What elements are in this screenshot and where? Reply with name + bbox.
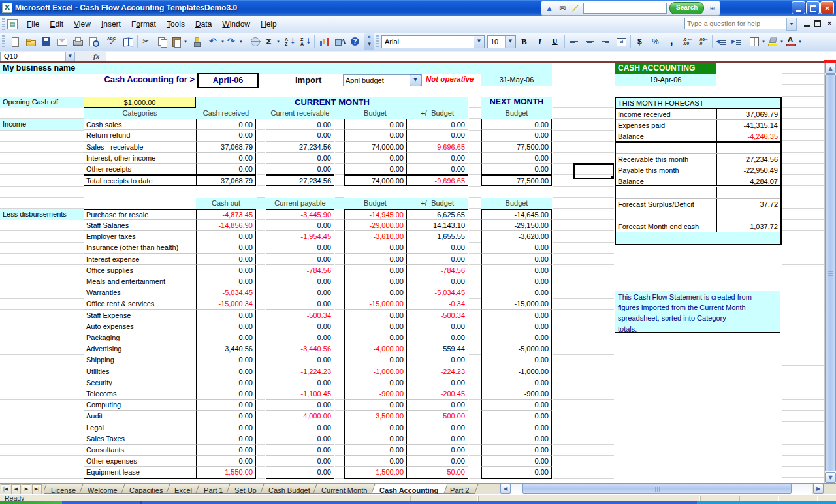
forecast-row[interactable]: Income received37,069.79 bbox=[616, 109, 780, 120]
chart-wizard-icon[interactable] bbox=[316, 34, 332, 50]
cell-value[interactable]: 0.00 bbox=[266, 467, 334, 478]
next-month-row[interactable]: 0.00 bbox=[481, 153, 552, 164]
cell-next-month-budget[interactable]: 0.00 bbox=[481, 287, 552, 298]
cell-value[interactable]: 0.00 bbox=[344, 130, 406, 141]
tab-last-icon[interactable]: ▶| bbox=[32, 484, 42, 494]
copy-icon[interactable] bbox=[155, 34, 170, 50]
cell-next-month-budget[interactable]: 0.00 bbox=[481, 377, 552, 388]
cell-value[interactable]: 0.00 bbox=[266, 400, 334, 411]
cell-value[interactable]: -9,696.65 bbox=[406, 175, 468, 186]
sheet-tab-welcome[interactable]: Welcome bbox=[79, 484, 127, 494]
cell-category[interactable]: Interest, other income bbox=[84, 153, 196, 164]
align-left-icon[interactable] bbox=[566, 34, 582, 50]
next-month-row[interactable]: -3,620.00 bbox=[481, 231, 552, 242]
cell-value[interactable]: 37,068.79 bbox=[196, 142, 256, 153]
scroll-up-icon[interactable]: ▲ bbox=[825, 63, 836, 74]
forecast-value[interactable]: 4,284.07 bbox=[716, 176, 780, 185]
cell-value[interactable]: 0.00 bbox=[196, 231, 256, 242]
table-row[interactable]: Security0.000.000.000.00 bbox=[84, 377, 468, 388]
aim-icon[interactable]: ⟋ bbox=[570, 3, 581, 14]
sheet-tab-current-month[interactable]: Current Month bbox=[314, 484, 378, 494]
next-month-row[interactable]: 0.00 bbox=[481, 310, 552, 321]
next-month-row[interactable]: 0.00 bbox=[481, 119, 552, 130]
cell-next-month-budget[interactable]: 0.00 bbox=[481, 164, 552, 175]
format-painter-icon[interactable] bbox=[189, 34, 204, 50]
tab-first-icon[interactable]: |◀ bbox=[1, 484, 10, 494]
forecast-value[interactable]: -22,950.49 bbox=[716, 165, 780, 176]
cell-value[interactable]: 0.00 bbox=[196, 130, 256, 141]
cell-value[interactable]: 0.00 bbox=[266, 254, 334, 265]
cell-value[interactable]: 37,068.79 bbox=[196, 175, 256, 186]
font-size-combo[interactable]: 10 ▼ bbox=[487, 35, 516, 48]
forecast-row[interactable]: Forecast Surplus/Deficit37.72 bbox=[616, 199, 780, 210]
cell-value[interactable]: 0.00 bbox=[344, 422, 406, 433]
forecast-row[interactable]: Balance4,284.07 bbox=[616, 176, 780, 187]
table-row[interactable]: Equipment lease-1,550.000.00-1,500.00-50… bbox=[84, 467, 468, 478]
cell-next-month-budget[interactable]: 0.00 bbox=[481, 265, 552, 276]
cell-value[interactable]: 0.00 bbox=[266, 377, 334, 388]
cell-value[interactable]: 0.00 bbox=[406, 354, 468, 366]
cell-next-month-budget[interactable]: 0.00 bbox=[481, 242, 552, 253]
table-row[interactable]: Warranties-5,034.450.000.00-5,034.45 bbox=[84, 287, 468, 298]
email-icon[interactable] bbox=[54, 34, 70, 50]
sheet-tab-capacities[interactable]: Capacities bbox=[121, 484, 172, 494]
cell-value[interactable]: 0.00 bbox=[344, 377, 406, 388]
cell-category[interactable]: Audit bbox=[84, 411, 196, 422]
table-row[interactable]: Advertising3,440.56-3,440.56-4,000.00559… bbox=[84, 343, 468, 354]
cell-category[interactable]: Equipment lease bbox=[84, 467, 196, 478]
table-row[interactable]: Purchase for resale-4,873.45-3,445.90-14… bbox=[84, 209, 468, 220]
cell-value[interactable]: 0.00 bbox=[406, 456, 468, 467]
table-row[interactable]: Audit0.00-4,000.00-3,500.00-500.00 bbox=[84, 411, 468, 422]
next-month-row[interactable]: 0.00 bbox=[481, 400, 552, 411]
table-row[interactable]: Sales - receivable37,068.7927,234.5674,0… bbox=[84, 142, 468, 153]
cell-next-month-budget[interactable]: 0.00 bbox=[481, 411, 552, 422]
forecast-value[interactable]: -4,246.35 bbox=[716, 131, 780, 140]
forecast-row[interactable]: Forecast Month end cash1,037.72 bbox=[616, 221, 780, 232]
cell-value[interactable]: 0.00 bbox=[344, 433, 406, 445]
table-row[interactable]: Telecoms0.00-1,100.45-900.00-200.45 bbox=[84, 388, 468, 400]
cell-next-month-budget[interactable]: 0.00 bbox=[481, 354, 552, 366]
tab-next-icon[interactable]: ▶ bbox=[22, 484, 31, 494]
cell-value[interactable]: 0.00 bbox=[196, 354, 256, 366]
currency-icon[interactable] bbox=[632, 34, 648, 50]
cell-category[interactable]: Packaging bbox=[84, 332, 196, 343]
cell-value[interactable]: 0.00 bbox=[196, 422, 256, 433]
cell-value[interactable]: -50.00 bbox=[406, 467, 468, 478]
sheet-tab-cash-budget[interactable]: Cash Budget bbox=[260, 484, 319, 494]
cell-value[interactable]: 0.00 bbox=[266, 220, 334, 231]
cell-value[interactable]: 0.00 bbox=[196, 119, 256, 130]
table-row[interactable]: Computing0.000.000.000.00 bbox=[84, 400, 468, 411]
help-dropdown-icon[interactable]: ▼ bbox=[786, 18, 797, 31]
next-month-row[interactable]: -5,000.00 bbox=[481, 343, 552, 354]
cell-next-month-budget[interactable]: 0.00 bbox=[481, 422, 552, 433]
cell-value[interactable]: 0.00 bbox=[344, 164, 406, 175]
cell-value[interactable]: 27,234.56 bbox=[266, 142, 334, 153]
menu-view[interactable]: View bbox=[69, 18, 96, 31]
next-month-row[interactable]: -29,150.00 bbox=[481, 220, 552, 231]
report-date-cell[interactable]: 19-Apr-06 bbox=[615, 74, 716, 86]
cell-value[interactable]: 0.00 bbox=[196, 456, 256, 467]
next-month-row[interactable]: 0.00 bbox=[481, 411, 552, 422]
cell-value[interactable]: 0.00 bbox=[196, 310, 256, 321]
table-row[interactable]: Staff Expense0.00-500.340.00-500.34 bbox=[84, 310, 468, 321]
workbook-close-icon[interactable]: × bbox=[826, 20, 833, 27]
forecast-row[interactable] bbox=[616, 187, 780, 198]
window-grid-icon[interactable]: ⊞ bbox=[707, 3, 717, 14]
cell-value[interactable]: 0.00 bbox=[266, 276, 334, 287]
cell-category[interactable]: Insurance (other than health) bbox=[84, 242, 196, 253]
minimize-button[interactable] bbox=[792, 1, 805, 14]
table-row[interactable]: Office rent & services-15,000.340.00-15,… bbox=[84, 298, 468, 309]
cell-value[interactable]: 0.00 bbox=[406, 164, 468, 175]
cell-value[interactable]: -500.34 bbox=[406, 310, 468, 321]
cell-value[interactable]: -14,856.90 bbox=[196, 220, 256, 231]
forecast-value[interactable]: 37,069.79 bbox=[716, 109, 780, 119]
table-row[interactable]: Utilities0.00-1,224.23-1,000.00-224.23 bbox=[84, 366, 468, 377]
cell-value[interactable]: 0.00 bbox=[196, 321, 256, 332]
next-month-row[interactable]: 0.00 bbox=[481, 276, 552, 287]
cell-value[interactable]: 0.00 bbox=[344, 265, 406, 276]
cell-next-month-budget[interactable]: 0.00 bbox=[481, 332, 552, 343]
menu-tools[interactable]: Tools bbox=[161, 18, 190, 31]
italic-icon[interactable] bbox=[532, 34, 547, 50]
workbook-restore-icon[interactable] bbox=[814, 20, 821, 27]
sort-ascending-icon[interactable] bbox=[281, 34, 297, 50]
